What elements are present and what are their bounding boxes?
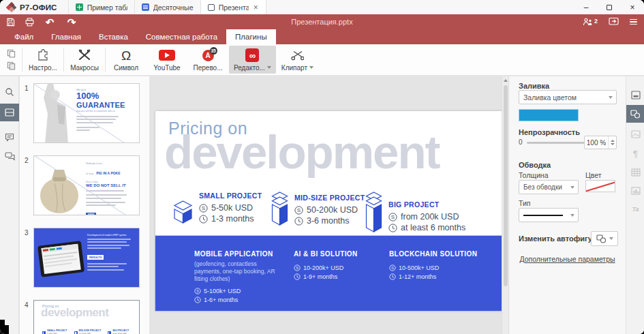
scrollbar-thumb[interactable] (504, 85, 508, 286)
money-bag-image (34, 156, 85, 215)
image-settings-button[interactable] (626, 125, 644, 143)
minimize-button[interactable]: – (574, 0, 598, 14)
tab-plugins[interactable]: Плагины (226, 29, 276, 44)
solution-mobile: MOBILE APPLICATION (geofencing, contactl… (194, 250, 277, 303)
chevron-down-icon (267, 66, 271, 69)
plugin-label: Настро... (29, 64, 57, 72)
opacity-spinbox[interactable]: 100 % (584, 136, 617, 149)
canvas-scrollbar[interactable] (502, 76, 508, 334)
plugin-label: Перево... (194, 64, 223, 72)
youtube-button[interactable]: YouTube (147, 44, 187, 75)
plugin-label: Макросы (70, 64, 99, 72)
tab-close-icon[interactable]: × (253, 3, 259, 12)
price-icon: S (194, 288, 201, 294)
slide-settings-button[interactable] (626, 86, 644, 104)
fill-color-swatch[interactable] (519, 109, 579, 121)
slide-thumbnail-4[interactable]: Pricing on development SMALL PROJECT 5-5… (33, 300, 140, 334)
chevron-down-icon (309, 66, 313, 69)
clipart-button[interactable]: Клипарт (277, 44, 318, 75)
clipboard-group (0, 44, 22, 75)
slide-number: 2 (25, 157, 29, 164)
ribbon-tab-bar: Файл Главная Вставка Совместная работа П… (0, 29, 644, 44)
plugin-label: Редакто... (234, 64, 265, 72)
scroll-up-icon[interactable] (503, 78, 508, 83)
paragraph-settings-button[interactable]: ¶ (626, 145, 644, 162)
textart-icon: Ta (632, 206, 639, 213)
plugin-settings-button[interactable]: Настро... (22, 44, 63, 75)
spin-arrows[interactable] (608, 136, 616, 149)
slide-number: 1 (25, 85, 29, 92)
fill-type-select[interactable]: Заливка цветом (519, 90, 617, 104)
svg-text:S: S (196, 288, 199, 293)
slide-thumbnail-2[interactable]: Nobody Lives to buy PIG IN A POKE that's… (33, 155, 140, 215)
plugins-toolbar: Настро... Макросы Ω Символ YouTube (0, 44, 644, 76)
textart-settings-button[interactable]: Ta (626, 200, 644, 218)
workspace: 1 We give 100% GUARANTEE that you will l… (0, 76, 644, 334)
chevron-down-icon (609, 96, 613, 99)
tab-collaboration[interactable]: Совместная работа (137, 29, 226, 44)
slide-thumbnail-3[interactable]: Development of modern ERP system RESULTS (33, 228, 140, 288)
app-logo[interactable]: Р7-ОФИС (0, 0, 68, 14)
chat-button[interactable] (0, 147, 19, 165)
paragraph-icon: ¶ (633, 149, 638, 158)
price-icon: S (294, 264, 301, 271)
comments-icon (5, 133, 14, 142)
slide-settings-icon (631, 91, 641, 100)
plan-small-project: SMALL PROJECT S 5-50k USD 1-3 months (173, 192, 262, 224)
svg-text:S: S (391, 265, 394, 270)
open-file-location-button[interactable] (609, 16, 619, 28)
paste-icon[interactable] (7, 61, 16, 70)
shape-settings-icon (630, 110, 641, 119)
maximize-button[interactable] (598, 0, 621, 14)
presentation-icon (208, 4, 215, 11)
price-icon: S (389, 264, 396, 271)
tab-presentation-doc[interactable]: Презентация1... × (200, 0, 266, 14)
symbol-button[interactable]: Ω Символ (106, 44, 147, 75)
scissors-icon (291, 48, 304, 63)
table-settings-button[interactable] (626, 164, 644, 181)
slide-canvas[interactable]: Pricing on development SMALL PROJECT S 5… (150, 76, 508, 334)
slides-panel-button[interactable] (0, 104, 19, 121)
slides-thumbnail-panel: 1 We give 100% GUARANTEE that you will l… (20, 76, 149, 334)
shape-settings-panel: Заливка Заливка цветом Непрозрачность 0 … (508, 76, 626, 334)
translator-button[interactable]: A 35 Перево... (187, 44, 228, 75)
time-icon (294, 217, 303, 226)
line-type-select[interactable] (519, 208, 579, 222)
maximize-icon (607, 5, 612, 10)
solutions-shape[interactable]: MOBILE APPLICATION (geofencing, contactl… (155, 236, 502, 311)
slide-thumbnail-1[interactable]: We give 100% GUARANTEE that you will lik… (33, 83, 140, 143)
thumbnail-text: Nobody Lives to buy PIG IN A POKE that's… (86, 162, 138, 215)
current-slide[interactable]: Pricing on development SMALL PROJECT S 5… (155, 111, 502, 311)
document-icon (142, 3, 149, 11)
tab-file[interactable]: Файл (5, 29, 42, 44)
autoshape-icon (596, 234, 607, 243)
photo-editor-icon: ∞ (245, 48, 259, 62)
comments-button[interactable] (0, 128, 19, 146)
slides-icon (5, 108, 14, 117)
tab-spreadsheet-doc[interactable]: Пример табли... (68, 0, 134, 14)
shape-settings-button[interactable] (626, 105, 644, 123)
photo-editor-button[interactable]: ∞ Редакто... (229, 46, 276, 74)
time-icon (199, 215, 208, 224)
translator-badge: 35 (210, 47, 217, 55)
tab-text-doc[interactable]: Десяточные р... (134, 0, 200, 14)
chevron-down-icon (570, 214, 574, 217)
tab-home[interactable]: Главная (42, 29, 90, 44)
window-controls: – × (574, 0, 644, 14)
macros-button[interactable]: Макросы (64, 44, 105, 75)
menu-hamburger-icon[interactable] (630, 19, 637, 25)
tab-insert[interactable]: Вставка (90, 29, 137, 44)
stroke-color-button[interactable] (585, 180, 615, 192)
collaborators-button[interactable]: 2 (583, 18, 598, 26)
search-button[interactable] (0, 83, 19, 101)
change-autoshape-button[interactable] (591, 231, 618, 246)
stroke-color-label: Цвет (585, 171, 602, 179)
thickness-select[interactable]: Без обводки (519, 180, 579, 194)
table-settings-icon (631, 168, 641, 177)
document-tab-bar: Р7-ОФИС Пример табли... Десяточные р... … (0, 0, 644, 14)
right-toolbar-strip: ¶ Ta (626, 76, 644, 334)
advanced-settings-link[interactable]: Дополнительные параметры (509, 255, 626, 263)
chart-settings-button[interactable] (626, 182, 644, 200)
copy-icon[interactable] (7, 49, 16, 58)
close-button[interactable]: × (621, 0, 644, 14)
